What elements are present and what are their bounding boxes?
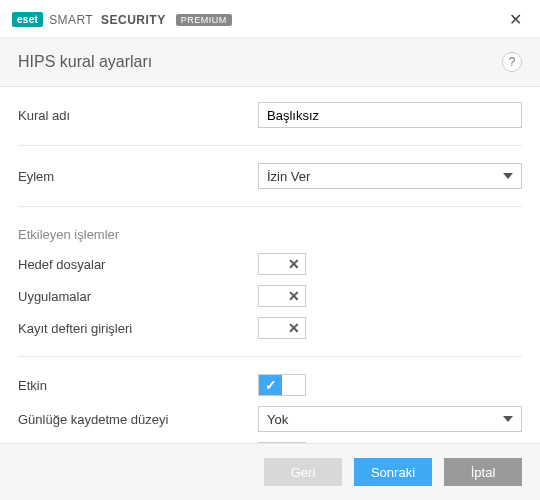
rule-name-input[interactable] [258,102,522,128]
section-affecting: Etkileyen işlemler [18,219,522,248]
row-enabled: Etkin ✓ [18,369,522,401]
content-area: Kural adı Eylem İzin Ver Etkileyen işlem… [0,87,540,443]
row-action: Eylem İzin Ver [18,158,522,194]
toggle-enabled[interactable]: ✓ [258,374,306,396]
row-applications: Uygulamalar ✕ [18,280,522,312]
label-action: Eylem [18,169,258,184]
action-select[interactable]: İzin Ver [258,163,522,189]
chevron-down-icon [503,173,513,179]
brand-strong-text: SECURITY [101,13,166,27]
log-level-select[interactable]: Yok [258,406,522,432]
check-icon: ✓ [259,375,282,395]
divider [18,145,522,146]
brand-logo: eset [12,12,43,27]
row-log-level: Günlüğe kaydetme düzeyi Yok [18,401,522,437]
brand-light-text: SMART [49,13,93,27]
cancel-button[interactable]: İptal [444,458,522,486]
label-applications: Uygulamalar [18,289,258,304]
toggle-registry[interactable]: ✕ [258,317,306,339]
x-icon: ✕ [282,318,305,338]
action-select-value: İzin Ver [267,169,310,184]
help-button[interactable]: ? [502,52,522,72]
x-icon: ✕ [282,286,305,306]
chevron-down-icon [503,416,513,422]
divider [18,206,522,207]
x-icon: ✕ [282,254,305,274]
row-target-files: Hedef dosyalar ✕ [18,248,522,280]
label-rule-name: Kural adı [18,108,258,123]
label-target-files: Hedef dosyalar [18,257,258,272]
brand-premium-badge: PREMIUM [176,14,232,26]
label-enabled: Etkin [18,378,258,393]
close-icon[interactable]: ✕ [503,8,528,31]
page-title: HIPS kural ayarları [18,53,152,71]
next-button[interactable]: Sonraki [354,458,432,486]
toggle-target-files[interactable]: ✕ [258,253,306,275]
subheader: HIPS kural ayarları ? [0,38,540,87]
label-log-level: Günlüğe kaydetme düzeyi [18,412,258,427]
footer: Geri Sonraki İptal [0,443,540,500]
toggle-applications[interactable]: ✕ [258,285,306,307]
row-rule-name: Kural adı [18,97,522,133]
row-registry: Kayıt defteri girişleri ✕ [18,312,522,344]
label-registry: Kayıt defteri girişleri [18,321,258,336]
log-level-value: Yok [267,412,288,427]
titlebar: eset SMART SECURITY PREMIUM ✕ [0,0,540,38]
window: eset SMART SECURITY PREMIUM ✕ HIPS kural… [0,0,540,500]
back-button: Geri [264,458,342,486]
divider [18,356,522,357]
